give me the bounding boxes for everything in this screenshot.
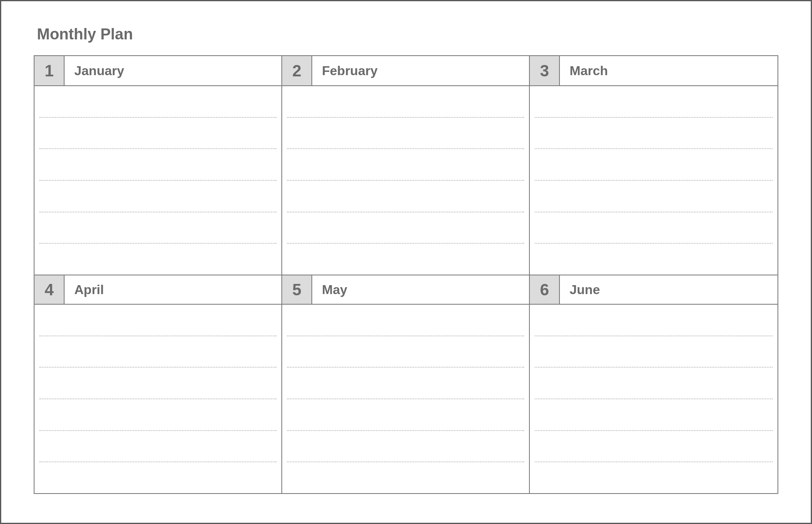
note-line bbox=[39, 368, 276, 399]
note-line bbox=[287, 212, 524, 244]
note-line bbox=[535, 431, 773, 463]
month-notes-area[interactable] bbox=[530, 305, 777, 493]
planner-page: Monthly Plan 1 January 2 February bbox=[0, 0, 812, 524]
note-line bbox=[39, 462, 276, 493]
month-number: 5 bbox=[282, 275, 312, 304]
month-cell-april: 4 April bbox=[35, 275, 282, 493]
month-name: March bbox=[560, 56, 777, 85]
note-line bbox=[287, 399, 524, 431]
month-notes-area[interactable] bbox=[35, 86, 281, 275]
note-line bbox=[535, 118, 773, 149]
month-notes-area[interactable] bbox=[530, 86, 777, 275]
month-header: 5 May bbox=[282, 275, 529, 305]
note-line bbox=[287, 431, 524, 463]
month-number: 1 bbox=[35, 56, 65, 85]
note-line bbox=[39, 86, 276, 118]
note-line bbox=[287, 368, 524, 399]
month-number: 6 bbox=[530, 275, 560, 304]
month-cell-may: 5 May bbox=[282, 275, 530, 493]
month-name: April bbox=[65, 275, 281, 304]
note-line bbox=[39, 244, 276, 275]
note-line bbox=[287, 336, 524, 368]
month-name: January bbox=[65, 56, 281, 85]
month-cell-february: 2 February bbox=[282, 56, 530, 275]
note-line bbox=[287, 149, 524, 181]
note-line bbox=[287, 181, 524, 212]
page-title: Monthly Plan bbox=[37, 26, 778, 43]
month-header: 6 June bbox=[530, 275, 777, 305]
month-header: 3 March bbox=[530, 56, 777, 86]
month-name: June bbox=[560, 275, 777, 304]
note-line bbox=[535, 181, 773, 212]
note-line bbox=[535, 305, 773, 336]
month-cell-january: 1 January bbox=[35, 56, 282, 275]
note-line bbox=[535, 86, 773, 118]
month-notes-area[interactable] bbox=[282, 305, 529, 493]
note-line bbox=[39, 305, 276, 336]
month-name: May bbox=[312, 275, 529, 304]
note-line bbox=[39, 149, 276, 181]
month-name: February bbox=[312, 56, 529, 85]
month-cell-march: 3 March bbox=[530, 56, 777, 275]
note-line bbox=[39, 212, 276, 244]
note-line bbox=[39, 181, 276, 212]
month-number: 2 bbox=[282, 56, 312, 85]
month-notes-area[interactable] bbox=[35, 305, 281, 493]
note-line bbox=[535, 149, 773, 181]
month-header: 1 January bbox=[35, 56, 281, 86]
note-line bbox=[39, 399, 276, 431]
note-line bbox=[287, 118, 524, 149]
note-line bbox=[535, 462, 773, 493]
note-line bbox=[39, 336, 276, 368]
note-line bbox=[287, 86, 524, 118]
note-line bbox=[39, 431, 276, 463]
note-line bbox=[287, 244, 524, 275]
month-cell-june: 6 June bbox=[530, 275, 777, 493]
note-line bbox=[535, 244, 773, 275]
month-number: 3 bbox=[530, 56, 560, 85]
note-line bbox=[535, 399, 773, 431]
month-header: 4 April bbox=[35, 275, 281, 305]
note-line bbox=[535, 368, 773, 399]
note-line bbox=[287, 305, 524, 336]
month-header: 2 February bbox=[282, 56, 529, 86]
note-line bbox=[287, 462, 524, 493]
month-number: 4 bbox=[35, 275, 65, 304]
note-line bbox=[39, 118, 276, 149]
month-grid: 1 January 2 February bbox=[34, 55, 778, 494]
note-line bbox=[535, 212, 773, 244]
month-notes-area[interactable] bbox=[282, 86, 529, 275]
note-line bbox=[535, 336, 773, 368]
